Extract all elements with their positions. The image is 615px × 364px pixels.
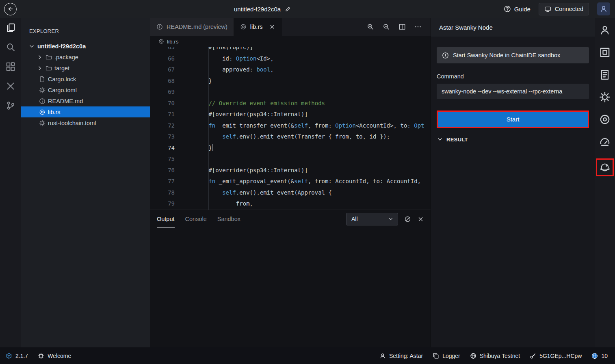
status-version[interactable]: 2.1.7: [6, 353, 28, 359]
gauge-plugin-icon[interactable]: [599, 136, 611, 147]
globe-icon: [470, 353, 476, 359]
connected-button[interactable]: Connected: [539, 3, 589, 15]
clear-output-icon[interactable]: [404, 216, 411, 223]
code-line[interactable]: 66 id: Option<Id>,: [150, 53, 431, 65]
tree-item-lib.rs[interactable]: lib.rs: [21, 106, 150, 117]
rust-file-icon: [158, 39, 164, 44]
code-line[interactable]: 79 from,: [150, 198, 431, 210]
chevron-down-icon: [388, 216, 394, 222]
code-line[interactable]: 71 #[overrider(psp34::Internal)]: [150, 109, 431, 120]
line-number: 74: [150, 143, 181, 154]
tree-item-label: lib.rs: [48, 109, 61, 115]
command-input[interactable]: swanky-node --dev --ws-external --rpc-ex…: [437, 84, 589, 99]
breadcrumb[interactable]: lib.rs: [150, 36, 431, 47]
code-line[interactable]: 75: [150, 154, 431, 165]
tree-item-Cargo.toml[interactable]: Cargo.toml: [21, 84, 150, 95]
line-number: 73: [150, 131, 181, 143]
status-network[interactable]: Shibuya Testnet: [470, 353, 520, 359]
tab-strip: README.md (preview)lib.rs: [150, 18, 431, 36]
astar-plugin-icon[interactable]: [600, 162, 610, 173]
status-setting[interactable]: Setting: Astar: [379, 353, 423, 359]
extensions-icon[interactable]: [6, 62, 15, 72]
back-button[interactable]: [4, 3, 17, 15]
file-icon: [39, 76, 45, 82]
gear-icon: [38, 353, 44, 359]
globe-filled-icon: [591, 353, 598, 359]
text-cursor: [212, 144, 213, 151]
result-label: RESULT: [446, 136, 468, 143]
tree-item-target[interactable]: target: [21, 63, 150, 74]
cut-icon[interactable]: [6, 81, 15, 91]
code-editor[interactable]: 65 #[ink(topic)]66 id: Option<Id>,67 app…: [150, 47, 431, 210]
status-notifications[interactable]: 10: [591, 353, 608, 359]
tab-label: README.md (preview): [167, 24, 227, 30]
panel-header: OutputConsoleSandbox All: [150, 210, 431, 228]
result-section-header[interactable]: RESULT: [437, 136, 589, 143]
split-editor-icon[interactable]: [398, 23, 406, 30]
code-line[interactable]: 68 }: [150, 76, 431, 87]
editor-region: README.md (preview)lib.rs lib.rs 65 #[in…: [150, 18, 431, 347]
code-line[interactable]: 77 fn _emit_approval_event(&self, from: …: [150, 176, 431, 187]
explorer-tree: untitled-f29d2c0a.packagetargetCargo.loc…: [21, 41, 150, 128]
tree-item-README.md[interactable]: README.md: [21, 95, 150, 106]
info-icon: [156, 24, 163, 30]
panel-tab-Output[interactable]: Output: [157, 210, 175, 228]
start-button[interactable]: Start: [438, 112, 588, 127]
tree-item-label: rust-toolchain.toml: [48, 120, 96, 126]
breadcrumb-label: lib.rs: [167, 39, 179, 45]
code-line[interactable]: 65 #[ink(topic)]: [150, 47, 431, 53]
status-account[interactable]: 5G1GEp...HCpw: [530, 353, 582, 359]
arrow-left-icon: [7, 6, 14, 12]
code-line[interactable]: 67 approved: bool,: [150, 64, 431, 76]
disc-plugin-icon[interactable]: [599, 114, 611, 125]
code-line[interactable]: 72 fn _emit_transfer_event(&self, from: …: [150, 120, 431, 132]
rename-pencil-icon[interactable]: [285, 6, 291, 12]
gear-icon: [39, 87, 45, 93]
tab-lib.rs[interactable]: lib.rs: [234, 18, 282, 36]
user-plugin-icon[interactable]: [599, 24, 611, 36]
close-tab-icon[interactable]: [269, 24, 275, 30]
source-control-icon[interactable]: [6, 101, 15, 110]
close-panel-icon[interactable]: [417, 216, 424, 223]
plugin-panel-title: Astar Swanky Node: [431, 18, 595, 37]
tree-item-Cargo.lock[interactable]: Cargo.lock: [21, 74, 150, 84]
status-label: 10: [601, 353, 608, 359]
line-content: self.env().emit_event(Transfer { from, t…: [181, 131, 390, 143]
zoom-in-icon[interactable]: [367, 23, 374, 30]
panel-tab-Sandbox[interactable]: Sandbox: [217, 210, 240, 228]
code-line[interactable]: 74 }: [150, 143, 431, 154]
command-label: Command: [437, 73, 589, 80]
zoom-out-icon[interactable]: [383, 23, 390, 30]
gear-icon: [39, 120, 45, 126]
guide-button[interactable]: Guide: [504, 5, 531, 13]
tab-README.md (preview)[interactable]: README.md (preview): [150, 18, 234, 36]
tree-item-rust-toolchain.toml[interactable]: rust-toolchain.toml: [21, 117, 150, 128]
panel-tab-Console[interactable]: Console: [185, 210, 207, 228]
line-number: 67: [150, 64, 181, 76]
output-filter-select[interactable]: All: [346, 213, 398, 225]
code-line[interactable]: 78 self.env().emit_event(Approval {: [150, 187, 431, 199]
tree-item-.package[interactable]: .package: [21, 52, 150, 63]
tree-item-untitled-f29d2c0a[interactable]: untitled-f29d2c0a: [21, 41, 150, 52]
gear-plugin-icon[interactable]: [599, 91, 611, 103]
code-line[interactable]: 69: [150, 87, 431, 98]
key-icon: [530, 353, 536, 359]
connected-label: Connected: [555, 6, 583, 12]
line-number: 71: [150, 109, 181, 120]
more-actions-icon[interactable]: [414, 23, 422, 30]
code-line[interactable]: 70 // Override event emission methods: [150, 98, 431, 109]
status-logger[interactable]: Logger: [433, 353, 460, 359]
frame-plugin-icon[interactable]: [599, 47, 611, 58]
tree-item-label: target: [54, 65, 69, 72]
avatar[interactable]: [597, 2, 610, 15]
search-icon[interactable]: [6, 42, 15, 52]
tree-item-label: .package: [54, 54, 78, 61]
user-icon: [600, 5, 608, 13]
status-welcome[interactable]: Welcome: [38, 353, 71, 359]
code-line[interactable]: 76 #[overrider(psp34::Internal)]: [150, 165, 431, 176]
folder-icon: [45, 54, 52, 61]
statusbar: 2.1.7Welcome Setting: AstarLoggerShibuya…: [0, 347, 615, 364]
files-icon[interactable]: [6, 23, 15, 32]
document-plugin-icon[interactable]: [599, 69, 611, 80]
code-line[interactable]: 73 self.env().emit_event(Transfer { from…: [150, 131, 431, 143]
